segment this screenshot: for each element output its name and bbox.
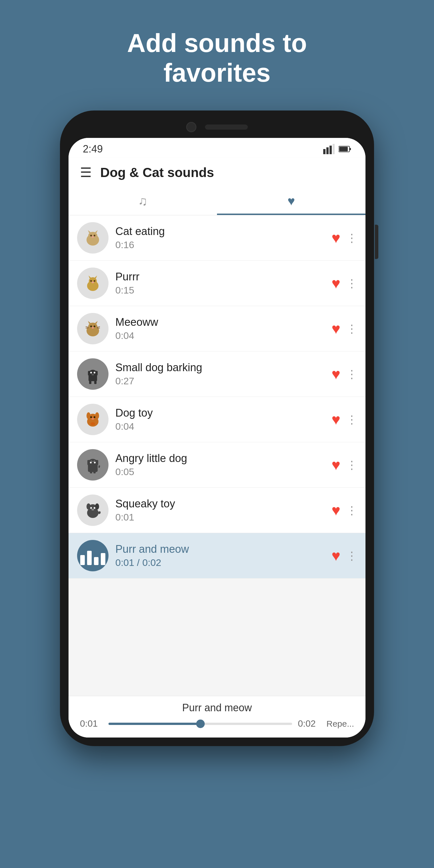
sound-name: Small dog barking — [115, 362, 324, 374]
progress-bar[interactable] — [108, 723, 292, 725]
sound-actions: ♥ ⋮ — [332, 411, 357, 428]
sound-name: Cat eating — [115, 225, 324, 238]
more-options-button[interactable]: ⋮ — [346, 504, 357, 517]
sound-item[interactable]: Squeaky toy 0:01 ♥ ⋮ — [68, 488, 366, 533]
sound-name: Squeaky toy — [115, 498, 324, 510]
svg-rect-55 — [90, 470, 92, 473]
sound-info: Purr and meow 0:01 / 0:02 — [115, 543, 324, 568]
status-time: 2:49 — [83, 143, 103, 155]
more-options-button[interactable]: ⋮ — [346, 413, 357, 426]
svg-marker-9 — [88, 230, 91, 233]
svg-rect-34 — [88, 371, 91, 375]
svg-marker-23 — [88, 321, 91, 324]
sound-info: Angry little dog 0:05 — [115, 452, 324, 477]
favorite-button[interactable]: ♥ — [332, 366, 340, 382]
dog2-icon — [83, 409, 103, 429]
favorite-button[interactable]: ♥ — [332, 411, 340, 428]
phone-camera — [186, 122, 196, 132]
svg-point-61 — [90, 507, 92, 509]
sound-avatar — [77, 268, 108, 299]
svg-point-47 — [91, 418, 94, 420]
sound-name: Purr and meow — [115, 543, 324, 555]
more-options-button[interactable]: ⋮ — [346, 277, 357, 290]
bar3 — [94, 557, 98, 565]
sound-item[interactable]: Dog toy 0:04 ♥ ⋮ — [68, 397, 366, 442]
svg-point-36 — [90, 372, 92, 373]
sound-item[interactable]: Purrr 0:15 ♥ ⋮ — [68, 261, 366, 306]
progress-fill — [108, 723, 200, 725]
bar1 — [80, 555, 85, 565]
favorite-button[interactable]: ♥ — [332, 502, 340, 519]
favorite-button[interactable]: ♥ — [332, 275, 340, 292]
hero-title: Add sounds to favorites — [89, 29, 345, 88]
sound-duration: 0:16 — [115, 239, 324, 250]
music-note-icon: ♫ — [138, 194, 148, 208]
now-playing-title: Purr and meow — [80, 702, 354, 714]
svg-point-20 — [92, 282, 94, 283]
svg-rect-39 — [89, 381, 91, 384]
sound-item[interactable]: Cat eating 0:16 ♥ ⋮ — [68, 215, 366, 261]
phone-screen: 2:49 — [68, 138, 366, 738]
bar4 — [101, 553, 105, 565]
svg-rect-51 — [87, 460, 90, 465]
sound-avatar — [77, 495, 108, 526]
svg-line-30 — [97, 327, 100, 327]
svg-point-19 — [94, 280, 95, 282]
phone-speaker — [205, 124, 248, 130]
more-options-button[interactable]: ⋮ — [346, 458, 357, 471]
sound-avatar — [77, 358, 108, 390]
sound-avatar — [77, 222, 108, 253]
more-options-button[interactable]: ⋮ — [346, 231, 357, 244]
sound-name: Angry little dog — [115, 452, 324, 465]
progress-thumb[interactable] — [196, 719, 205, 728]
svg-rect-40 — [94, 381, 96, 384]
sound-item[interactable]: Angry little dog 0:05 ♥ ⋮ — [68, 442, 366, 488]
svg-point-43 — [87, 412, 91, 419]
svg-rect-5 — [349, 148, 351, 150]
more-options-button[interactable]: ⋮ — [346, 368, 357, 381]
sound-actions: ♥ ⋮ — [332, 502, 357, 519]
menu-icon[interactable]: ☰ — [80, 166, 92, 179]
sound-info: Meeoww 0:04 — [115, 316, 324, 341]
favorite-button[interactable]: ♥ — [332, 547, 340, 564]
svg-rect-35 — [95, 371, 98, 375]
heart-tab-icon: ♥ — [287, 194, 295, 208]
svg-point-18 — [90, 280, 92, 282]
svg-rect-0 — [323, 149, 326, 154]
tab-sounds[interactable]: ♫ — [68, 187, 217, 215]
more-options-button[interactable]: ⋮ — [346, 549, 357, 562]
favorite-button[interactable]: ♥ — [332, 229, 340, 246]
sound-item[interactable]: Meeoww 0:04 ♥ ⋮ — [68, 306, 366, 351]
bar2 — [87, 551, 92, 565]
sound-name: Purrr — [115, 271, 324, 283]
app-title: Dog & Cat sounds — [100, 165, 214, 180]
svg-point-46 — [94, 416, 95, 418]
cat3-icon — [83, 319, 103, 339]
sound-info: Purrr 0:15 — [115, 271, 324, 296]
app-bar: ☰ Dog & Cat sounds — [68, 158, 366, 187]
phone-device: 2:49 — [60, 111, 374, 746]
svg-point-63 — [91, 509, 94, 510]
phone-side-button — [375, 225, 378, 259]
battery-icon — [339, 146, 351, 152]
sound-duration: 0:05 — [115, 466, 324, 477]
sound-duration: 0:27 — [115, 375, 324, 386]
svg-point-37 — [94, 372, 95, 373]
phone-outer: 2:49 — [60, 111, 374, 746]
sound-info: Dog toy 0:04 — [115, 407, 324, 432]
more-options-button[interactable]: ⋮ — [346, 322, 357, 335]
svg-rect-56 — [93, 470, 96, 473]
svg-marker-24 — [95, 321, 98, 324]
playing-bars-icon — [77, 540, 108, 571]
phone-top-bar — [68, 119, 366, 135]
sound-item-playing[interactable]: Purr and meow 0:01 / 0:02 ♥ ⋮ — [68, 533, 366, 579]
favorite-button[interactable]: ♥ — [332, 320, 340, 337]
favorite-button[interactable]: ♥ — [332, 456, 340, 473]
angry-dog-icon — [83, 455, 103, 475]
tab-favorites[interactable]: ♥ — [217, 187, 366, 215]
svg-marker-10 — [95, 230, 98, 233]
svg-point-60 — [95, 503, 99, 510]
sound-item[interactable]: Small dog barking 0:27 ♥ ⋮ — [68, 351, 366, 397]
status-icons — [323, 144, 351, 154]
repeat-button[interactable]: Repe... — [327, 719, 354, 728]
